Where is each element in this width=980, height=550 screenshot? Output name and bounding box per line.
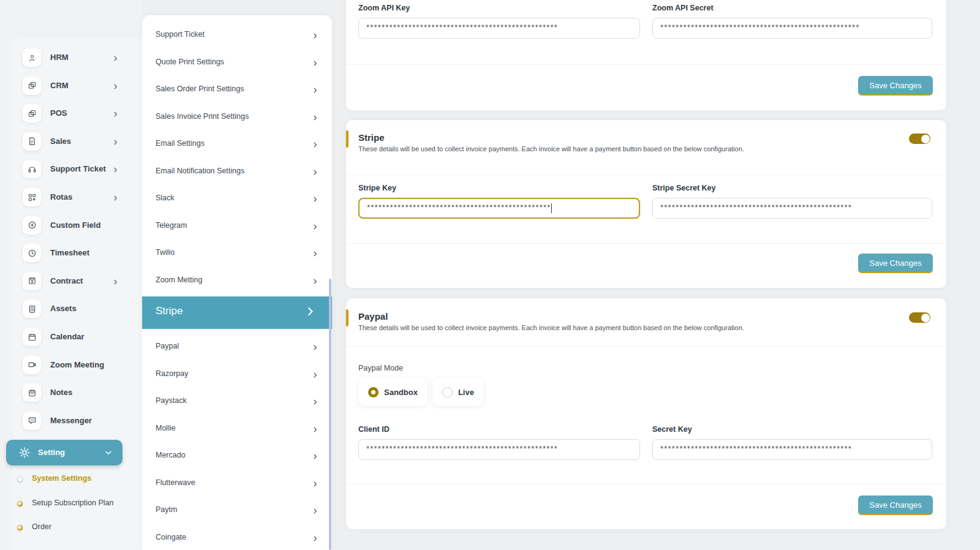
settings-menu-item[interactable]: Sales Order Print Settings xyxy=(142,77,332,104)
chevron-right-icon xyxy=(312,31,318,42)
sidebar-item-label: Sales xyxy=(50,137,71,146)
menu-scrollbar-thumb[interactable] xyxy=(329,279,331,550)
sidebar-item-icon xyxy=(23,412,41,430)
paypal-mode-option-label: Sandbox xyxy=(384,388,418,397)
sidebar-item[interactable]: Support Ticket xyxy=(12,158,142,183)
save-changes-button[interactable]: Save Changes xyxy=(858,76,933,96)
settings-menu-item[interactable]: Stripe xyxy=(142,296,332,329)
save-changes-button[interactable]: Save Changes xyxy=(858,495,933,515)
section-title: Stripe xyxy=(358,132,385,143)
form-field: Secret Key *****************************… xyxy=(652,425,932,460)
settings-menu-item[interactable]: Coingate xyxy=(142,526,332,550)
settings-menu-item[interactable]: Twilio xyxy=(142,241,332,268)
settings-menu-item[interactable]: Slack xyxy=(142,186,332,213)
save-changes-button[interactable]: Save Changes xyxy=(858,254,933,273)
masked-input[interactable]: ****************************************… xyxy=(358,439,640,460)
paypal-mode-option[interactable]: Live xyxy=(432,378,484,406)
sidebar-item[interactable]: HRM xyxy=(12,47,142,71)
sidebar-item-setting[interactable]: Setting xyxy=(6,440,123,465)
chevron-right-icon xyxy=(312,370,318,381)
field-label: Stripe Key xyxy=(358,184,640,192)
settings-menu-item-label: Quote Print Settings xyxy=(156,58,224,66)
masked-input[interactable]: ****************************************… xyxy=(652,198,932,219)
sidebar-sub-item[interactable]: Setup Subscription Plan xyxy=(17,499,134,514)
sidebar-nav: HRM CRM POS Sales Support Ticket Ro xyxy=(12,38,142,550)
settings-menu-item[interactable]: Sales Invoice Print Settings xyxy=(142,105,332,132)
sidebar-item[interactable]: Notes xyxy=(12,382,142,406)
settings-menu-item-label: Razorpay xyxy=(156,369,189,378)
sidebar-item[interactable]: Timesheet xyxy=(12,242,142,266)
settings-menu-item[interactable]: Support Ticket xyxy=(142,23,332,50)
settings-menu-item[interactable]: Telegram xyxy=(142,214,332,241)
sidebar-item[interactable]: Assets xyxy=(12,298,142,322)
form-field: Zoom API Secret ************************… xyxy=(652,4,932,39)
settings-menu-item-label: Coingate xyxy=(156,533,186,541)
settings-menu-item-label: Zoom Metting xyxy=(156,276,202,284)
chevron-right-icon xyxy=(312,424,318,435)
settings-menu-item-label: Mollie xyxy=(156,424,176,432)
sidebar-item-icon xyxy=(23,132,41,151)
settings-menu-item[interactable]: Quote Print Settings xyxy=(142,50,332,77)
masked-input[interactable]: ****************************************… xyxy=(652,439,932,460)
form-field: Stripe Secret Key **********************… xyxy=(652,184,932,219)
section-accent-bar xyxy=(346,309,349,326)
sidebar-item[interactable]: Calendar xyxy=(12,326,142,350)
chevron-right-icon xyxy=(312,533,318,544)
sidebar-item-label: CRM xyxy=(50,81,69,90)
sidebar-sub-item-label: System Settings xyxy=(32,474,91,483)
main-content: Pronex ERP Zoom API Key ****************… xyxy=(346,0,946,550)
sidebar-item[interactable]: CRM xyxy=(12,75,142,99)
sidebar-item-icon xyxy=(23,48,41,67)
field-label: Stripe Secret Key xyxy=(652,184,932,192)
sidebar-item[interactable]: Contract xyxy=(12,270,142,295)
chevron-right-icon xyxy=(312,451,318,462)
paypal-enabled-toggle[interactable] xyxy=(909,312,930,323)
sidebar-item[interactable]: Custom Field xyxy=(12,214,142,239)
masked-input[interactable]: ****************************************… xyxy=(358,18,640,39)
sidebar-item[interactable]: POS xyxy=(12,102,142,127)
section-subtitle: These details will be used to collect in… xyxy=(358,324,744,331)
settings-menu-item[interactable]: Mollie xyxy=(142,416,332,443)
stripe-enabled-toggle[interactable] xyxy=(909,134,930,144)
sidebar-item-icon xyxy=(23,244,41,262)
form-field: Zoom API Key ***************************… xyxy=(358,4,640,39)
settings-menu-item-label: Slack xyxy=(156,194,175,202)
divider xyxy=(346,243,946,244)
sidebar-item-icon xyxy=(23,77,41,95)
radio-icon xyxy=(368,387,379,397)
settings-menu: Support Ticket Quote Print Settings Sale… xyxy=(142,15,332,550)
chevron-right-icon xyxy=(304,306,316,320)
masked-input[interactable]: ****************************************… xyxy=(358,198,640,219)
sidebar-sub-item[interactable]: Order xyxy=(17,522,134,538)
settings-menu-item-label: Twilio xyxy=(156,248,175,257)
settings-menu-item-label: Email Settings xyxy=(156,139,205,148)
settings-menu-item[interactable]: Email Notification Settings xyxy=(142,159,332,186)
settings-menu-item[interactable]: Paytm xyxy=(142,498,332,525)
sidebar-item[interactable]: Sales xyxy=(12,130,142,155)
settings-menu-item[interactable]: Zoom Metting xyxy=(142,268,332,295)
sidebar-item[interactable]: Zoom Meeting xyxy=(12,354,142,379)
sidebar-item-icon xyxy=(23,160,41,178)
settings-menu-item-label: Telegram xyxy=(156,221,187,230)
chevron-right-icon xyxy=(312,113,318,124)
masked-input[interactable]: ****************************************… xyxy=(652,18,932,39)
section-subtitle: These details will be used to collect in… xyxy=(358,145,744,153)
field-label: Client ID xyxy=(358,425,640,434)
sidebar-item-icon xyxy=(23,188,41,206)
settings-menu-item[interactable]: Flutterwave xyxy=(142,471,332,498)
settings-menu-item[interactable]: Email Settings xyxy=(142,132,332,159)
paypal-mode-option[interactable]: Sandbox xyxy=(358,378,428,406)
sidebar-item-icon xyxy=(23,328,41,346)
settings-menu-item[interactable]: Razorpay xyxy=(142,362,332,389)
sidebar-item[interactable]: Messenger xyxy=(12,410,142,434)
sidebar-sub-item[interactable]: System Settings xyxy=(17,474,134,490)
sidebar-item[interactable]: Rotas xyxy=(12,186,142,211)
sidebar-item-label: HRM xyxy=(50,53,69,62)
sidebar-item-label: Contract xyxy=(50,276,83,285)
settings-menu-item[interactable]: Paypal xyxy=(142,334,332,361)
stripe-settings-card: Stripe These details will be used to col… xyxy=(346,120,946,288)
settings-menu-item[interactable]: Paystack xyxy=(142,389,332,416)
sidebar-item-icon xyxy=(23,104,41,122)
settings-menu-item-label: Mercado xyxy=(156,451,186,459)
settings-menu-item[interactable]: Mercado xyxy=(142,443,332,470)
